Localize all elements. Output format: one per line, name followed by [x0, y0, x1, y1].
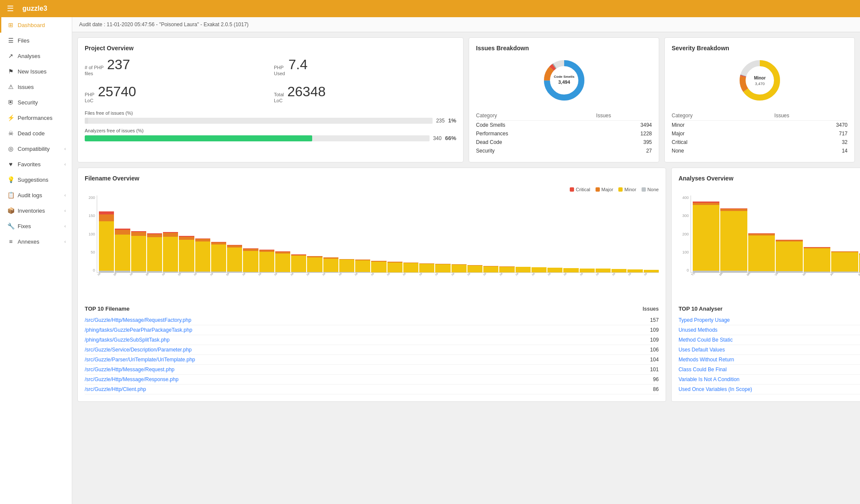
bar-group [179, 236, 194, 272]
top10-analyser-row: Method Could Be Static333 [679, 335, 860, 345]
top10-filename-link[interactable]: /phing/tasks/GuzzleSubSplitTask.php [85, 337, 169, 343]
x-label: /src/Guzz... [499, 273, 510, 276]
bar-segment-minor [147, 237, 162, 271]
severity-breakdown-row: Minor3470 [672, 121, 848, 130]
sidebar-item-analyses[interactable]: ↗ Analyses [0, 48, 72, 64]
top10-analyser-link[interactable]: Methods Without Return [679, 357, 734, 363]
top10-filename-link[interactable]: /src/Guzzle/Service/Description/Paramete… [85, 347, 192, 353]
top10-filename-link[interactable]: /src/Guzzle/Http/Message/Response.php [85, 376, 178, 382]
sidebar-item-favorites[interactable]: ♥ Favorites ‹ [0, 156, 72, 172]
analyzers-free-label: Analyzers free of issues (%) [85, 128, 456, 133]
top10-filename-row: /src/Guzzle/Parser/UriTemplate/UriTempla… [85, 355, 659, 365]
x-label: /src/Guzz... [643, 273, 654, 276]
sidebar-item-new-issues[interactable]: ⚑ New Issues [0, 64, 72, 79]
x-label: Method Could Be St... [719, 273, 737, 276]
bar-segment-none [163, 272, 178, 272]
legend-dot [596, 187, 600, 192]
bar-group [259, 250, 274, 272]
issues-breakdown-row: Security27 [476, 147, 652, 155]
sidebar-item-dead-code[interactable]: ☠ Dead code [0, 125, 72, 141]
top10-analyser-link[interactable]: Method Could Be Static [679, 337, 733, 343]
analyses-y-axis: 4003002001000 [679, 195, 689, 273]
sidebar-label-analyses: Analyses [18, 53, 40, 59]
bar-group [516, 267, 531, 272]
sidebar-item-annexes[interactable]: ≡ Annexes ‹ [0, 234, 72, 249]
analyzers-free-fill [85, 135, 312, 141]
x-label: /src/Guzz... [482, 273, 494, 276]
top10-filename-link[interactable]: /phing/tasks/GuzzlePearPharPackageTask.p… [85, 327, 192, 333]
bar-group [163, 232, 178, 272]
bar-group [227, 245, 242, 272]
total-loc-label: TotalLoC [274, 92, 284, 104]
top10-analyser-link[interactable]: Class Could Be Final [679, 367, 727, 373]
top10-filename-link[interactable]: /src/Guzzle/Http/Message/RequestFactory.… [85, 317, 191, 323]
sidebar-item-issues[interactable]: ⚠ Issues [0, 79, 72, 95]
top10-analyser-link[interactable]: Uses Default Values [679, 347, 725, 353]
top10-analyser-link[interactable]: Unused Methods [679, 327, 718, 333]
hamburger-icon[interactable]: ☰ [7, 4, 14, 13]
top10-analyser-link[interactable]: Typed Property Usage [679, 317, 730, 323]
top10-analyser-row: Typed Property Usage366 [679, 315, 860, 325]
bar-segment-none [307, 272, 322, 272]
sidebar-item-performances[interactable]: ⚡ Performances [0, 110, 72, 125]
total-loc-value: 26348 [287, 84, 326, 100]
x-label: /src/Guzz... [290, 273, 301, 276]
bar-group [627, 269, 642, 272]
top10-filename-num: 104 [650, 357, 659, 363]
x-label: /src/Guzz... [354, 273, 365, 276]
php-files-label: # of PHPfiles [85, 64, 104, 77]
issues-breakdown-card: Issues Breakdown Code Smells 3,494 [469, 37, 659, 162]
bar-segment-major [115, 230, 130, 235]
bar-segment-minor [195, 241, 210, 272]
bar-segment-minor [693, 205, 719, 271]
breakdown-cards: Issues Breakdown Code Smells 3,494 [469, 37, 855, 162]
bar-group [831, 251, 858, 272]
top10-analyser-link[interactable]: Variable Is Not A Condition [679, 376, 740, 382]
top10-filename-link[interactable]: /src/Guzzle/Http/Client.php [85, 386, 146, 392]
sidebar-arrow-inventories: ‹ [64, 208, 66, 213]
sidebar-label-performances: Performances [18, 115, 52, 121]
sidebar-icon-fixes: 🔧 [7, 223, 14, 229]
sidebar-item-inventories[interactable]: 📦 Inventories ‹ [0, 203, 72, 218]
top10-filename-link[interactable]: /src/Guzzle/Parser/UriTemplate/UriTempla… [85, 357, 195, 363]
sidebar-item-compatibility[interactable]: ◎ Compatibility ‹ [0, 141, 72, 156]
top10-filename-num: 96 [653, 376, 659, 382]
legend-minor: Minor [618, 187, 636, 192]
top10-analyser-link[interactable]: Used Once Variables (In Scope) [679, 386, 752, 392]
bar-segment-none [275, 272, 290, 272]
bar-segment-minor [580, 269, 595, 272]
issues-breakdown-row: Performances1228 [476, 129, 652, 138]
x-label: Methods Without Return [746, 273, 764, 276]
bar-segment-none [243, 272, 258, 272]
bar-group [644, 270, 659, 272]
sidebar-icon-new-issues: ⚑ [7, 68, 14, 75]
x-label: /phing/ta... [113, 273, 124, 276]
sidebar-item-fixes[interactable]: 🔧 Fixes ‹ [0, 218, 72, 234]
x-label: /src/Guzz... [434, 273, 445, 276]
bar-group [339, 259, 354, 272]
bar-segment-minor [291, 256, 306, 272]
bar-segment-none [179, 272, 194, 272]
severity-donut-container: Minor 3,470 [672, 57, 848, 104]
sidebar-item-security[interactable]: ⛨ Security [0, 95, 72, 110]
top10-filename-link[interactable]: /src/Guzzle/Http/Message/Request.php [85, 367, 175, 373]
top10-filename-row: /src/Guzzle/Service/Description/Paramete… [85, 345, 659, 355]
x-label: /src/Guzz... [370, 273, 381, 276]
bar-group [323, 257, 338, 272]
x-label: /src/Guzzl... [129, 273, 140, 276]
bar-segment-minor [211, 244, 226, 272]
bar-segment-minor [467, 266, 482, 272]
sidebar-label-compatibility: Compatibility [18, 146, 49, 152]
sidebar-item-suggestions[interactable]: 💡 Suggestions [0, 172, 72, 187]
sidebar-item-audit-logs[interactable]: 📋 Audit logs ‹ [0, 187, 72, 203]
severity-donut-chart: Minor 3,470 [736, 57, 783, 104]
x-label: /src/Guzz... [515, 273, 526, 276]
analyses-legend: CriticalMajorMinorNone [679, 187, 860, 192]
filename-legend: CriticalMajorMinorNone [85, 187, 659, 192]
sidebar-item-dashboard[interactable]: ⊞ Dashboard [0, 17, 72, 33]
sidebar-label-files: Files [18, 37, 29, 44]
x-label: /src/Guzz... [579, 273, 590, 276]
x-label: /src/Guzz... [531, 273, 542, 276]
top10-analyser-title: TOP 10 Analyser [679, 305, 722, 312]
sidebar-item-files[interactable]: ☰ Files [0, 33, 72, 48]
